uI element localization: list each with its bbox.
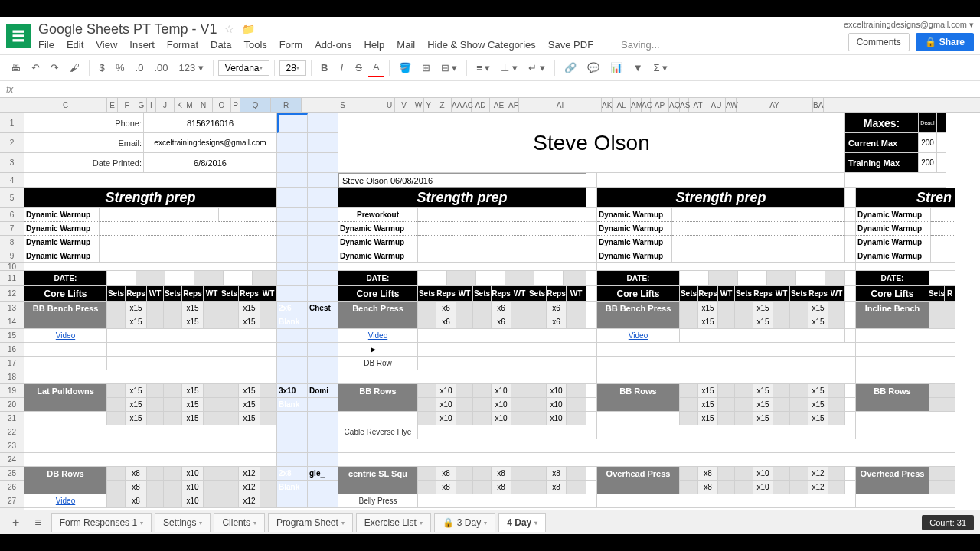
- cell[interactable]: [308, 113, 338, 133]
- cell[interactable]: [277, 153, 308, 173]
- col-header[interactable]: N: [194, 98, 213, 112]
- redo-icon[interactable]: ↷: [46, 59, 64, 77]
- exercise-label[interactable]: BB Rows: [338, 384, 418, 398]
- tag-blank[interactable]: Blank: [277, 315, 308, 329]
- col-header[interactable]: AC: [462, 98, 472, 112]
- menu-hideshow[interactable]: Hide & Show Categories: [427, 39, 536, 51]
- row-header[interactable]: 12: [0, 286, 24, 302]
- menu-savepdf[interactable]: Save PDF: [548, 39, 593, 51]
- row-header[interactable]: 7: [0, 222, 24, 236]
- menu-tools[interactable]: Tools: [243, 39, 266, 51]
- col-header[interactable]: AP: [651, 98, 669, 112]
- row-header[interactable]: 13: [0, 302, 24, 315]
- col-header[interactable]: AF: [508, 98, 519, 112]
- paint-format-icon[interactable]: 🖌: [65, 59, 84, 77]
- row-header[interactable]: 6: [0, 208, 24, 222]
- menu-edit[interactable]: Edit: [67, 39, 83, 51]
- col-header[interactable]: BA: [813, 98, 824, 112]
- col-header[interactable]: M: [185, 98, 194, 112]
- spreadsheet-grid[interactable]: C E F G I J K M N O P Q R S U V W Y Z AA…: [0, 98, 980, 510]
- tag-domi[interactable]: Domi: [308, 384, 338, 398]
- warmup-cell[interactable]: Dynamic Warmup: [856, 208, 931, 222]
- row-header[interactable]: 20: [0, 398, 24, 412]
- bold-button[interactable]: B: [316, 59, 332, 77]
- row-header[interactable]: 17: [0, 357, 24, 370]
- col-header[interactable]: O: [213, 98, 231, 112]
- fill-color-button[interactable]: 🪣: [394, 59, 416, 77]
- filter-button[interactable]: ▼: [629, 59, 648, 77]
- video-link[interactable]: Video: [24, 329, 107, 343]
- row-header[interactable]: 1: [0, 113, 24, 133]
- col-header[interactable]: AW: [726, 98, 737, 112]
- exercise-label[interactable]: Lat Pulldowns: [24, 384, 107, 398]
- percent-button[interactable]: %: [111, 59, 129, 77]
- video-link[interactable]: Video: [597, 329, 680, 343]
- share-button[interactable]: 🔒 Share: [916, 33, 974, 51]
- comment-button[interactable]: 💬: [583, 59, 604, 77]
- col-header[interactable]: AU: [707, 98, 726, 112]
- menu-file[interactable]: File: [38, 39, 54, 51]
- col-header[interactable]: AY: [737, 98, 813, 112]
- comments-button[interactable]: Comments: [848, 33, 910, 51]
- tab-clients[interactable]: Clients▾: [214, 513, 265, 532]
- currency-button[interactable]: $: [94, 59, 109, 77]
- col-header[interactable]: V: [395, 98, 413, 112]
- menu-view[interactable]: View: [96, 39, 117, 51]
- row-header[interactable]: 27: [0, 494, 24, 508]
- menu-addons[interactable]: Add-ons: [315, 39, 351, 51]
- col-header[interactable]: AI: [519, 98, 602, 112]
- menu-insert[interactable]: Insert: [129, 39, 155, 51]
- link-button[interactable]: 🔗: [560, 59, 581, 77]
- row-header[interactable]: 25: [0, 467, 24, 481]
- cell[interactable]: [24, 173, 277, 188]
- tag-gle[interactable]: gle_: [308, 467, 338, 481]
- add-sheet-button[interactable]: +: [6, 513, 25, 533]
- cell[interactable]: [277, 173, 308, 188]
- menu-help[interactable]: Help: [364, 39, 385, 51]
- row-header[interactable]: 9: [0, 249, 24, 263]
- warmup-cell[interactable]: Dynamic Warmup: [597, 208, 672, 222]
- tab-form-responses[interactable]: Form Responses 1▾: [51, 513, 152, 532]
- row-header[interactable]: 26: [0, 481, 24, 494]
- functions-button[interactable]: Σ ▾: [649, 59, 673, 77]
- star-icon[interactable]: ☆: [224, 23, 234, 35]
- row-header[interactable]: 10: [0, 263, 24, 271]
- warmup-cell[interactable]: Dynamic Warmup: [24, 208, 100, 222]
- select-all-corner[interactable]: [0, 98, 24, 112]
- row-header[interactable]: 14: [0, 315, 24, 329]
- col-header[interactable]: P: [231, 98, 240, 112]
- col-header[interactable]: AS: [680, 98, 689, 112]
- chart-button[interactable]: 📊: [606, 59, 627, 77]
- font-size-select[interactable]: 28▾: [279, 60, 306, 76]
- merge-button[interactable]: ⊟ ▾: [436, 59, 462, 77]
- row-header[interactable]: 15: [0, 329, 24, 343]
- menu-mail[interactable]: Mail: [397, 39, 415, 51]
- col-header[interactable]: AT: [689, 98, 707, 112]
- exercise-label[interactable]: Bench Press: [338, 302, 418, 315]
- col-header[interactable]: S: [302, 98, 384, 112]
- cell[interactable]: [308, 153, 338, 173]
- col-header[interactable]: I: [147, 98, 156, 112]
- col-header[interactable]: E: [107, 98, 118, 112]
- tab-4-day[interactable]: 4 Day▾: [498, 513, 546, 532]
- menu-form[interactable]: Form: [279, 39, 302, 51]
- row-header[interactable]: 18: [0, 370, 24, 384]
- tag-blank[interactable]: Blank: [277, 481, 308, 494]
- tab-program-sheet[interactable]: Program Sheet▾: [268, 513, 353, 532]
- increase-decimal-button[interactable]: .00: [149, 59, 172, 77]
- row-header[interactable]: 8: [0, 236, 24, 249]
- formula-bar[interactable]: fx: [0, 81, 980, 98]
- tag-blank[interactable]: Blank: [277, 398, 308, 412]
- date-value[interactable]: 6/8/2016: [144, 153, 277, 173]
- user-email[interactable]: exceltrainingdesigns@gmail.com ▾: [844, 20, 974, 30]
- tag-3x10[interactable]: 3x10: [277, 384, 308, 398]
- row-header[interactable]: 16: [0, 343, 24, 357]
- col-header[interactable]: AL: [612, 98, 631, 112]
- col-header[interactable]: Z: [433, 98, 452, 112]
- wrap-button[interactable]: ↵ ▾: [524, 59, 550, 77]
- strikethrough-button[interactable]: S: [351, 59, 367, 77]
- menu-format[interactable]: Format: [167, 39, 198, 51]
- exercise-label[interactable]: BB Bench Press: [24, 302, 107, 315]
- col-header[interactable]: W: [413, 98, 424, 112]
- number-format-button[interactable]: 123 ▾: [174, 59, 207, 77]
